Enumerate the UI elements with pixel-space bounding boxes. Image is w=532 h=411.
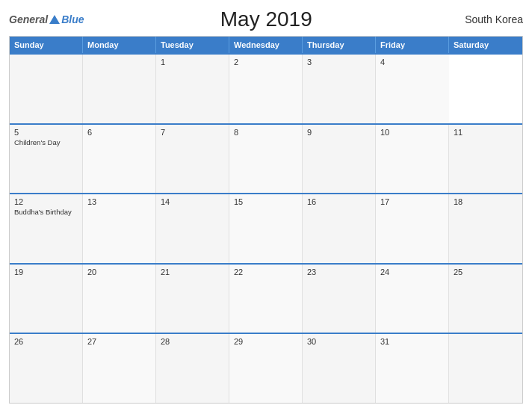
cell-may-13: 13 bbox=[83, 194, 156, 263]
day-number: 16 bbox=[307, 197, 371, 206]
day-number: 26 bbox=[14, 337, 78, 346]
day-number: 14 bbox=[161, 197, 224, 206]
day-number: 17 bbox=[380, 197, 444, 206]
cell-may-14: 14 bbox=[156, 194, 229, 263]
header-saturday: Saturday bbox=[449, 37, 522, 53]
day-number: 27 bbox=[87, 337, 151, 346]
event-buddhas-birthday: Buddha's Birthday bbox=[14, 208, 78, 216]
cell-may-17: 17 bbox=[376, 194, 449, 263]
week-row-4: 19 20 21 22 23 24 25 bbox=[10, 263, 522, 333]
cell-may-4: 4 bbox=[376, 55, 449, 123]
day-number: 10 bbox=[380, 128, 444, 137]
cell-may-22: 22 bbox=[229, 265, 303, 333]
cell-may-18: 18 bbox=[449, 194, 522, 263]
cell-may-21: 21 bbox=[156, 265, 229, 333]
day-number: 24 bbox=[380, 268, 444, 276]
day-number: 29 bbox=[234, 337, 297, 346]
day-number: 15 bbox=[234, 197, 297, 206]
day-number: 13 bbox=[87, 197, 151, 206]
header-wednesday: Wednesday bbox=[229, 37, 303, 53]
cell-may-28: 28 bbox=[156, 334, 229, 403]
header-friday: Friday bbox=[376, 37, 449, 53]
day-number: 20 bbox=[87, 268, 151, 276]
day-number: 11 bbox=[454, 128, 518, 137]
cell-may-20: 20 bbox=[83, 265, 156, 333]
country-label: South Korea bbox=[448, 13, 523, 25]
day-number: 5 bbox=[14, 128, 78, 137]
cell-may-1: 1 bbox=[156, 55, 229, 123]
header-tuesday: Tuesday bbox=[156, 37, 229, 53]
cell-may-26: 26 bbox=[10, 334, 83, 403]
cell-may-30: 30 bbox=[303, 334, 376, 403]
day-number: 3 bbox=[307, 58, 371, 67]
day-number: 30 bbox=[307, 337, 371, 346]
cell-may-8: 8 bbox=[229, 125, 303, 194]
cell-may-6: 6 bbox=[83, 125, 156, 194]
day-number: 18 bbox=[454, 197, 518, 206]
calendar-header: Sunday Monday Tuesday Wednesday Thursday… bbox=[10, 37, 522, 53]
day-number: 21 bbox=[161, 268, 224, 276]
cell-may-23: 23 bbox=[303, 265, 376, 333]
week-row-1: 1 2 3 4 bbox=[10, 53, 522, 123]
cell-may-19: 19 bbox=[10, 265, 83, 333]
week-row-2: 5 Children's Day 6 7 8 9 10 bbox=[10, 123, 522, 194]
header-monday: Monday bbox=[83, 37, 156, 53]
day-number: 12 bbox=[14, 197, 78, 206]
header: General Blue May 2019 South Korea bbox=[9, 7, 523, 31]
cell-may-11: 11 bbox=[449, 125, 522, 194]
day-number: 1 bbox=[161, 58, 224, 67]
logo-general-text: General bbox=[9, 13, 48, 25]
cell-empty-2 bbox=[83, 55, 156, 123]
logo: General Blue bbox=[9, 13, 84, 25]
event-childrens-day: Children's Day bbox=[14, 138, 78, 146]
day-number: 22 bbox=[234, 268, 297, 276]
cell-may-31: 31 bbox=[376, 334, 449, 403]
day-number: 2 bbox=[234, 58, 297, 67]
cell-may-2: 2 bbox=[229, 55, 303, 123]
calendar-title: May 2019 bbox=[84, 7, 448, 31]
cell-may-24: 24 bbox=[376, 265, 449, 333]
header-thursday: Thursday bbox=[303, 37, 376, 53]
calendar-body: 1 2 3 4 5 Children's Day 6 bbox=[10, 53, 522, 403]
cell-may-16: 16 bbox=[303, 194, 376, 263]
cell-may-3: 3 bbox=[303, 55, 376, 123]
cell-may-15: 15 bbox=[229, 194, 303, 263]
cell-may-5: 5 Children's Day bbox=[10, 125, 83, 194]
day-number: 19 bbox=[14, 268, 78, 276]
header-sunday: Sunday bbox=[10, 37, 83, 53]
cell-may-29: 29 bbox=[229, 334, 303, 403]
calendar: Sunday Monday Tuesday Wednesday Thursday… bbox=[9, 36, 523, 404]
cell-empty-end bbox=[449, 334, 522, 403]
day-number: 23 bbox=[307, 268, 371, 276]
calendar-page: General Blue May 2019 South Korea Sunday… bbox=[0, 0, 532, 411]
day-number: 8 bbox=[234, 128, 297, 137]
week-row-5: 26 27 28 29 30 31 bbox=[10, 333, 522, 403]
day-number: 28 bbox=[161, 337, 224, 346]
day-number: 31 bbox=[380, 337, 444, 346]
cell-may-27: 27 bbox=[83, 334, 156, 403]
day-number: 4 bbox=[380, 58, 445, 67]
day-number: 6 bbox=[87, 128, 151, 137]
cell-may-12: 12 Buddha's Birthday bbox=[10, 194, 83, 263]
cell-may-7: 7 bbox=[156, 125, 229, 194]
cell-may-25: 25 bbox=[449, 265, 522, 333]
logo-triangle-icon bbox=[49, 15, 60, 24]
logo-blue-text: Blue bbox=[61, 13, 84, 25]
cell-may-10: 10 bbox=[376, 125, 449, 194]
week-row-3: 12 Buddha's Birthday 13 14 15 16 17 bbox=[10, 193, 522, 263]
day-number: 7 bbox=[161, 128, 224, 137]
cell-empty-1 bbox=[10, 55, 83, 123]
day-number: 25 bbox=[454, 268, 518, 276]
cell-may-9: 9 bbox=[303, 125, 376, 194]
day-number: 9 bbox=[307, 128, 371, 137]
